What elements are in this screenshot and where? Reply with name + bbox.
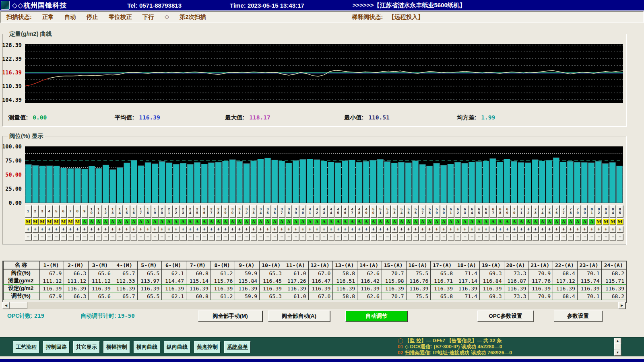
- zone-number-button[interactable]: 7: [67, 205, 74, 217]
- zone-decrease-button[interactable]: −: [229, 234, 236, 240]
- zone-increase-button[interactable]: +: [201, 226, 208, 232]
- zone-decrease-button[interactable]: −: [103, 234, 109, 240]
- zone-number-button[interactable]: 54: [398, 205, 405, 217]
- zone-decrease-button[interactable]: −: [391, 234, 398, 240]
- zone-mode-button[interactable]: A: [117, 218, 123, 225]
- zone-decrease-button[interactable]: −: [89, 234, 95, 240]
- zone-mode-button[interactable]: M: [53, 218, 60, 225]
- zone-decrease-button[interactable]: −: [455, 234, 461, 240]
- zone-mode-button[interactable]: A: [279, 218, 285, 225]
- zone-number-button[interactable]: 55: [405, 205, 412, 217]
- zone-mode-button[interactable]: A: [264, 218, 271, 225]
- zone-increase-button[interactable]: +: [89, 226, 95, 232]
- zone-decrease-button[interactable]: −: [95, 234, 102, 240]
- zone-mode-button[interactable]: A: [244, 218, 250, 225]
- zone-decrease-button[interactable]: −: [250, 234, 257, 240]
- zone-decrease-button[interactable]: −: [74, 234, 81, 240]
- zone-number-button[interactable]: 10: [89, 205, 95, 217]
- zone-mode-button[interactable]: M: [603, 218, 609, 225]
- zone-number-button[interactable]: 69: [504, 205, 510, 217]
- zone-mode-button[interactable]: M: [610, 218, 616, 225]
- zone-number-button[interactable]: 11: [95, 205, 102, 217]
- zone-mode-button[interactable]: A: [568, 218, 574, 225]
- zone-decrease-button[interactable]: −: [159, 234, 165, 240]
- zone-number-button[interactable]: 16: [131, 205, 137, 217]
- zone-increase-button[interactable]: +: [413, 226, 419, 232]
- zone-increase-button[interactable]: +: [67, 226, 74, 232]
- zone-increase-button[interactable]: +: [377, 226, 384, 232]
- zone-increase-button[interactable]: +: [229, 226, 236, 232]
- zone-mode-button[interactable]: A: [419, 218, 426, 225]
- zone-decrease-button[interactable]: −: [349, 234, 355, 240]
- nav-button[interactable]: 蒸煮控制: [194, 341, 221, 353]
- zone-mode-button[interactable]: A: [560, 218, 567, 225]
- zone-increase-button[interactable]: +: [448, 226, 454, 232]
- zone-decrease-button[interactable]: −: [328, 234, 334, 240]
- zone-mode-button[interactable]: A: [109, 218, 116, 225]
- zone-number-button[interactable]: 33: [250, 205, 257, 217]
- zone-increase-button[interactable]: +: [588, 226, 595, 232]
- zone-mode-button[interactable]: A: [553, 218, 560, 225]
- zone-mode-button[interactable]: A: [455, 218, 461, 225]
- nav-button[interactable]: 控制回路: [43, 341, 70, 353]
- zone-increase-button[interactable]: +: [427, 226, 433, 232]
- zone-decrease-button[interactable]: −: [356, 234, 363, 240]
- zone-decrease-button[interactable]: −: [610, 234, 616, 240]
- zone-increase-button[interactable]: +: [546, 226, 553, 232]
- zone-mode-button[interactable]: A: [166, 218, 172, 225]
- zone-decrease-button[interactable]: −: [314, 234, 320, 240]
- zone-decrease-button[interactable]: −: [187, 234, 194, 240]
- zone-increase-button[interactable]: +: [370, 226, 377, 232]
- zone-increase-button[interactable]: +: [60, 226, 67, 232]
- zone-increase-button[interactable]: +: [103, 226, 109, 232]
- zone-mode-button[interactable]: A: [215, 218, 222, 225]
- zone-number-button[interactable]: 85: [617, 205, 623, 217]
- zone-number-button[interactable]: 57: [419, 205, 426, 217]
- zone-number-button[interactable]: 56: [413, 205, 419, 217]
- zone-increase-button[interactable]: +: [138, 226, 144, 232]
- zone-number-button[interactable]: 13: [109, 205, 116, 217]
- zone-number-button[interactable]: 42: [314, 205, 320, 217]
- zone-increase-button[interactable]: +: [518, 226, 524, 232]
- zone-mode-button[interactable]: A: [469, 218, 475, 225]
- zone-mode-button[interactable]: A: [258, 218, 264, 225]
- zone-increase-button[interactable]: +: [81, 226, 88, 232]
- zone-mode-button[interactable]: A: [103, 218, 109, 225]
- zone-increase-button[interactable]: +: [258, 226, 264, 232]
- zone-decrease-button[interactable]: −: [553, 234, 560, 240]
- zone-mode-button[interactable]: A: [427, 218, 433, 225]
- control-button[interactable]: 阀全部自动(A): [268, 311, 330, 322]
- zone-increase-button[interactable]: +: [574, 226, 581, 232]
- zone-increase-button[interactable]: +: [363, 226, 369, 232]
- zone-increase-button[interactable]: +: [180, 226, 186, 232]
- zone-increase-button[interactable]: +: [293, 226, 299, 232]
- zone-decrease-button[interactable]: −: [286, 234, 292, 240]
- zone-decrease-button[interactable]: −: [32, 234, 39, 240]
- zone-increase-button[interactable]: +: [244, 226, 250, 232]
- scan-status-item[interactable]: 第2次扫描: [180, 13, 206, 21]
- zone-mode-button[interactable]: A: [124, 218, 130, 225]
- zone-mode-button[interactable]: A: [448, 218, 454, 225]
- zone-decrease-button[interactable]: −: [46, 234, 53, 240]
- zone-number-button[interactable]: 40: [300, 205, 306, 217]
- zone-increase-button[interactable]: +: [497, 226, 504, 232]
- zone-increase-button[interactable]: +: [314, 226, 320, 232]
- zone-mode-button[interactable]: A: [462, 218, 468, 225]
- zone-number-button[interactable]: 35: [264, 205, 271, 217]
- zone-number-button[interactable]: 84: [610, 205, 616, 217]
- zone-mode-button[interactable]: M: [32, 218, 39, 225]
- zone-number-button[interactable]: 78: [568, 205, 574, 217]
- zone-decrease-button[interactable]: −: [433, 234, 440, 240]
- zone-number-button[interactable]: 44: [328, 205, 334, 217]
- zone-decrease-button[interactable]: −: [490, 234, 496, 240]
- zone-mode-button[interactable]: A: [236, 218, 243, 225]
- zone-decrease-button[interactable]: −: [131, 234, 137, 240]
- zone-number-button[interactable]: 68: [497, 205, 504, 217]
- zone-increase-button[interactable]: +: [511, 226, 518, 232]
- zone-decrease-button[interactable]: −: [300, 234, 306, 240]
- zone-decrease-button[interactable]: −: [525, 234, 532, 240]
- zone-increase-button[interactable]: +: [398, 226, 405, 232]
- zone-increase-button[interactable]: +: [462, 226, 468, 232]
- zone-increase-button[interactable]: +: [194, 226, 200, 232]
- zone-number-button[interactable]: 14: [117, 205, 123, 217]
